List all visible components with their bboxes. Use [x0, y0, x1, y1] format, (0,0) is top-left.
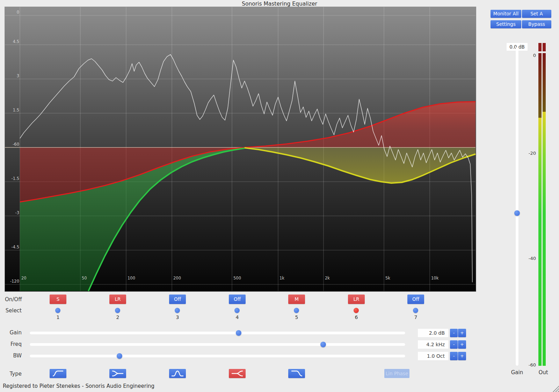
band-2-select-radio[interactable] [115, 308, 120, 313]
band-2-number: 2 [113, 314, 123, 321]
freq-axis-label: 1k [280, 276, 284, 281]
output-gain-slider-track[interactable] [516, 47, 518, 366]
bw-slider-track[interactable] [30, 355, 405, 357]
band-4-number: 4 [232, 314, 242, 321]
band-1-select-radio[interactable] [55, 308, 60, 313]
band-7-number: 7 [411, 314, 421, 321]
meter-right-peak-cap [543, 43, 546, 51]
freq-axis-label: 200 [173, 276, 181, 281]
footer-registration: Registered to Pieter Stenekes - Sonoris … [3, 383, 154, 389]
output-gain-slider-thumb[interactable] [514, 210, 520, 216]
resize-grip[interactable] [551, 384, 559, 392]
select-row-label: Select [5, 307, 22, 314]
gain-value-box: 2.0 dB [418, 329, 448, 337]
band-4-onoff-button[interactable]: Off [229, 295, 246, 304]
db-axis-label: -3 [15, 210, 19, 215]
onoff-row-label: On/Off [5, 296, 22, 303]
freq-axis-label: 2k [325, 276, 330, 281]
highshelf-filter-icon [229, 369, 246, 378]
output-gain-label: Gain [507, 369, 528, 376]
bypass-button[interactable]: Bypass [522, 20, 551, 28]
meter-left-peak-cap [538, 43, 542, 51]
gain-decrement-button[interactable]: - [450, 329, 458, 337]
band-1-onoff-button[interactable]: S [50, 295, 66, 304]
highpass-filter-icon [50, 369, 66, 378]
db-axis-label: -4.5 [12, 245, 19, 249]
meter-scale-label: -20 [516, 151, 536, 156]
bw-decrement-button[interactable]: - [450, 352, 458, 360]
freq-axis-label: 5k [385, 276, 390, 281]
band-2-onoff-button[interactable]: LR [109, 295, 126, 304]
bw-value-box: 1.0 Oct [418, 352, 448, 360]
lowshelf-filter-icon [109, 369, 126, 378]
gain-slider-thumb[interactable] [236, 330, 241, 336]
meter-scale-label: -60 [516, 362, 536, 368]
band-1-type-button[interactable] [50, 369, 66, 378]
settings-button[interactable]: Settings [491, 20, 521, 28]
meter-scale-label: -40 [516, 256, 536, 261]
monitor-all-button[interactable]: Monitor All [491, 10, 521, 18]
lowpass-filter-icon [288, 369, 305, 378]
gain-increment-button[interactable]: + [458, 329, 466, 337]
peak-filter-icon [169, 369, 186, 378]
band-3-select-radio[interactable] [175, 308, 180, 313]
band-7-onoff-button[interactable]: Off [407, 295, 424, 304]
meter-left-bar-lower [538, 118, 542, 366]
db-axis-label: -120 [10, 279, 19, 284]
freq-axis-label: 10k [431, 276, 439, 281]
db-axis-label: -1.5 [12, 176, 19, 181]
eq-graph[interactable]: 04.531.5-60-1.5-3-4.5-12020501002005001k… [5, 7, 476, 291]
set-a-button[interactable]: Set A [522, 10, 551, 18]
meter-right-bar-upper [543, 53, 546, 112]
freq-value-box: 4.2 kHz [418, 340, 448, 349]
bw-increment-button[interactable]: + [458, 352, 466, 360]
type-row-label: Type [5, 371, 22, 377]
freq-decrement-button[interactable]: - [450, 340, 458, 349]
band-3-number: 3 [173, 314, 182, 321]
band-6-onoff-button[interactable]: LR [348, 295, 365, 304]
band-1-number: 1 [53, 314, 63, 321]
output-meter-label: Out [536, 369, 551, 376]
meter-left-bar-upper [538, 53, 542, 118]
db-axis-label: 0 [17, 10, 19, 15]
eq-graph-panel[interactable]: 04.531.5-60-1.5-3-4.5-12020501002005001k… [5, 7, 476, 292]
window-title: Sonoris Mastering Equalizer [0, 1, 559, 7]
db-axis-label: -60 [13, 142, 19, 147]
band-7-select-radio[interactable] [413, 308, 418, 313]
gain-slider-track[interactable] [30, 332, 405, 334]
freq-axis-label: 500 [233, 276, 241, 281]
band-6-number: 6 [351, 314, 361, 321]
freq-slider-thumb[interactable] [320, 342, 326, 347]
lin-phase-button[interactable]: Lin Phase [384, 369, 409, 378]
db-axis-label: 1.5 [13, 108, 19, 112]
band-5-number: 5 [292, 314, 302, 321]
gain-param-label: Gain [5, 329, 22, 336]
meter-scale-label: 0 [516, 53, 536, 58]
band-3-onoff-button[interactable]: Off [169, 295, 186, 304]
freq-axis-label: 50 [82, 276, 87, 281]
band-4-type-button[interactable] [229, 369, 246, 378]
band-5-type-button[interactable] [288, 369, 305, 378]
freq-increment-button[interactable]: + [458, 340, 466, 349]
band-3-type-button[interactable] [169, 369, 186, 378]
meter-right-bar-lower [543, 112, 546, 366]
plugin-window: Sonoris Mastering Equalizer 04.531.5-60-… [0, 0, 559, 392]
freq-slider-track[interactable] [30, 343, 405, 346]
db-axis-label: 4.5 [13, 39, 19, 44]
band-5-onoff-button[interactable]: M [288, 295, 305, 304]
db-axis-label: 3 [17, 73, 19, 78]
freq-param-label: Freq [5, 341, 22, 347]
band-4-select-radio[interactable] [234, 308, 240, 313]
bw-param-label: BW [5, 353, 22, 359]
band-5-select-radio[interactable] [294, 308, 299, 313]
band-2-type-button[interactable] [109, 369, 126, 378]
bw-slider-thumb[interactable] [117, 353, 122, 359]
band-6-select-radio[interactable] [354, 308, 359, 313]
freq-axis-label: 100 [128, 276, 135, 281]
freq-axis-label: 20 [21, 276, 27, 281]
